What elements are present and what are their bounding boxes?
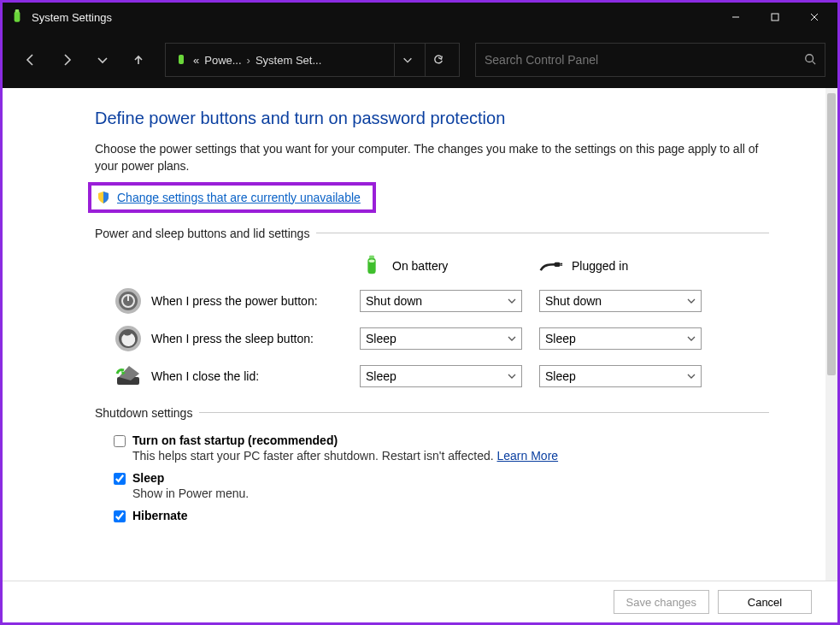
breadcrumb[interactable]: « Powe... › System Set... — [165, 43, 460, 77]
hibernate-row: Hibernate — [114, 509, 769, 522]
laptop-lid-icon — [114, 362, 143, 391]
power-button-battery-select[interactable]: Shut down — [360, 290, 522, 312]
refresh-button[interactable] — [425, 43, 450, 77]
svg-rect-6 — [179, 55, 184, 64]
power-buttons-fieldset: Power and sleep buttons and lid settings… — [95, 227, 769, 399]
save-changes-button[interactable]: Save changes — [614, 590, 709, 614]
maximize-button[interactable] — [755, 4, 795, 30]
close-button[interactable] — [795, 4, 834, 30]
close-lid-plugged-select[interactable]: Sleep — [539, 365, 702, 387]
breadcrumb-part1[interactable]: Powe... — [204, 54, 241, 67]
sleep-checkbox[interactable] — [114, 473, 126, 485]
svg-rect-1 — [15, 9, 20, 12]
breadcrumb-abbrev: « — [193, 54, 199, 67]
sleep-button-icon — [114, 324, 143, 353]
learn-more-link[interactable]: Learn More — [497, 449, 559, 463]
setting-row-power-button: When I press the power button: Shut down… — [95, 286, 769, 315]
shield-icon — [97, 191, 110, 204]
power-button-plugged-select[interactable]: Shut down — [539, 290, 702, 312]
on-battery-header: On battery — [360, 254, 539, 278]
plugged-in-header: Plugged in — [539, 254, 719, 278]
minimize-button[interactable] — [716, 4, 755, 30]
sleep-button-plugged-select[interactable]: Sleep — [539, 327, 702, 350]
window-title: System Settings — [32, 11, 112, 24]
setting-row-sleep-button: When I press the sleep button: Sleep Sle… — [95, 324, 769, 353]
breadcrumb-dropdown-button[interactable] — [394, 43, 420, 77]
svg-point-7 — [806, 54, 814, 62]
back-button[interactable] — [15, 43, 47, 77]
scrollbar[interactable] — [825, 88, 837, 581]
shutdown-settings-legend: Shutdown settings — [95, 406, 199, 420]
cancel-button[interactable]: Cancel — [718, 590, 812, 614]
scrollbar-thumb[interactable] — [827, 93, 836, 375]
title-bar: System Settings — [3, 3, 837, 32]
search-box[interactable] — [475, 43, 825, 77]
sleep-button-battery-select[interactable]: Sleep — [360, 327, 522, 350]
nav-toolbar: « Powe... › System Set... — [3, 32, 837, 88]
shutdown-settings-fieldset: Shutdown settings Turn on fast startup (… — [95, 406, 769, 522]
fast-startup-row: Turn on fast startup (recommended) This … — [114, 433, 769, 463]
svg-rect-0 — [15, 11, 21, 21]
setting-row-close-lid: When I close the lid: Sleep Sleep — [95, 362, 769, 391]
plug-icon — [539, 254, 563, 278]
forward-button[interactable] — [50, 43, 83, 77]
close-lid-battery-select[interactable]: Sleep — [360, 365, 522, 387]
recent-dropdown-button[interactable] — [86, 43, 119, 77]
battery-icon — [360, 254, 384, 278]
change-settings-highlight: Change settings that are currently unava… — [88, 182, 376, 213]
footer: Save changes Cancel — [3, 581, 837, 622]
svg-line-8 — [813, 61, 816, 64]
hibernate-checkbox[interactable] — [114, 510, 126, 522]
app-icon — [9, 9, 25, 25]
page-description: Choose the power settings that you want … — [95, 140, 769, 175]
power-buttons-legend: Power and sleep buttons and lid settings — [95, 227, 316, 240]
svg-rect-3 — [772, 14, 778, 21]
fast-startup-checkbox[interactable] — [114, 435, 126, 447]
breadcrumb-part2[interactable]: System Set... — [256, 54, 321, 67]
up-button[interactable] — [122, 43, 155, 77]
svg-rect-12 — [555, 262, 561, 266]
chevron-right-icon: › — [247, 54, 250, 67]
page-heading: Define power buttons and turn on passwor… — [95, 109, 769, 128]
search-input[interactable] — [485, 53, 816, 67]
svg-point-11 — [369, 259, 375, 262]
svg-rect-10 — [369, 255, 374, 258]
breadcrumb-icon — [174, 53, 188, 67]
sleep-row: Sleep Show in Power menu. — [114, 471, 769, 500]
power-button-icon — [114, 286, 143, 315]
change-settings-link[interactable]: Change settings that are currently unava… — [117, 191, 361, 204]
search-icon — [804, 53, 816, 68]
